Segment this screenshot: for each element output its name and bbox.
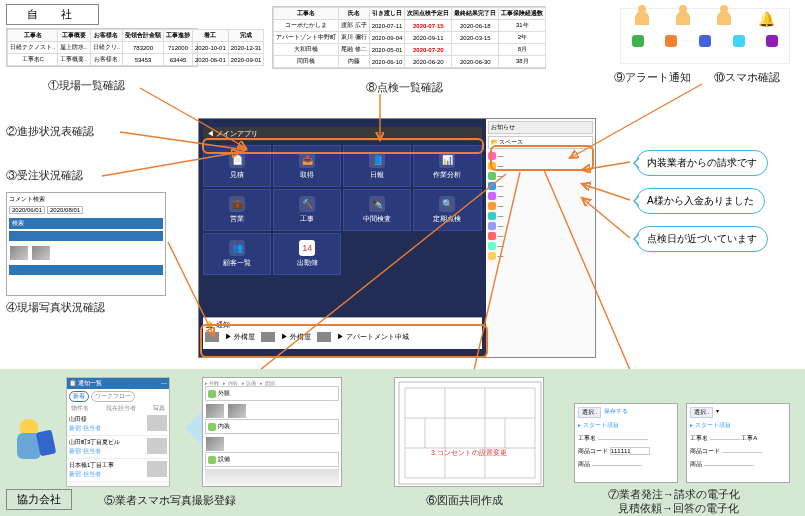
caption-3: ③受注状況確認 (6, 168, 83, 183)
svg-rect-12 (399, 382, 541, 484)
jisha-label: 自 社 (6, 4, 99, 25)
tile-attendance[interactable]: 14出勤簿 (273, 233, 341, 275)
avatar-icon (317, 332, 331, 342)
room-photo (205, 469, 339, 487)
app-icon (733, 35, 745, 47)
caption-9: ⑨アラート通知 (614, 70, 691, 85)
tile-daily[interactable]: 📘日報 (343, 145, 411, 187)
alert-box: 🔔 (620, 8, 790, 64)
avatar-icon (205, 332, 219, 342)
tile-grid: 📄見積 📥取得 📘日報 📊作業分析 💼営業 🔨工事 ✒️中間検査 🔍定期点検 👥… (203, 145, 482, 275)
person-icon (717, 11, 731, 25)
app-icon (766, 35, 778, 47)
search-button[interactable]: 検索 (9, 218, 163, 229)
tile-analysis[interactable]: 📊作業分析 (413, 145, 481, 187)
inspection-list-table: 工事名氏名 引き渡し日次回点検予定日 最終結果完了日工事保険経過数 コーボたかし… (272, 6, 546, 69)
drawing-panel: 3.コンセントの設置変更 (394, 377, 544, 487)
thumbnail-icon (32, 246, 50, 260)
app-icon (699, 35, 711, 47)
notice-bubble-2: A様から入金ありました (636, 188, 765, 214)
bell-icon: 🔔 (758, 11, 775, 27)
caption-7a: ⑦業者発注→請求の電子化 (608, 487, 740, 502)
notice-bubble-1: 内装業者からの請求です (636, 150, 768, 176)
thumbnail-icon (10, 246, 28, 260)
notice-bubble-3: 点検日が近づいています (636, 226, 768, 252)
drawing-annotation: 3.コンセントの設置変更 (431, 448, 507, 458)
caption-6: ⑥図面共同作成 (426, 493, 503, 508)
app-header: ◀ メインアプリ (203, 127, 482, 141)
tile-sales[interactable]: 💼営業 (203, 189, 271, 231)
caption-1: ①現場一覧確認 (48, 78, 125, 93)
thumbnail-icon (147, 415, 167, 431)
photo-status-panel: コメント検索 2020/06/01 2020/08/01 検索 (6, 192, 166, 296)
app-icon (632, 35, 644, 47)
person-icon (676, 11, 690, 25)
site-list-table: 工事名工事概要 お客様名受領合計金額 工事進捗着工 完成 日経テクノスト..屋上… (6, 28, 198, 67)
avatar-icon (261, 332, 275, 342)
tile-acquire[interactable]: 📥取得 (273, 145, 341, 187)
tile-estimate[interactable]: 📄見積 (203, 145, 271, 187)
tab-new[interactable]: 新着 (69, 391, 89, 402)
tile-construction[interactable]: 🔨工事 (273, 189, 341, 231)
main-app-window: ◀ メインアプリ 📄見積 📥取得 📘日報 📊作業分析 💼営業 🔨工事 ✒️中間検… (198, 118, 596, 358)
photo-gallery-panel: ▸ 外観▸ 内装▸ 設備▸ 図面 外観 内装 設備 (202, 377, 342, 487)
caption-8: ⑧点検一覧確認 (366, 80, 443, 95)
caption-10: ⑩スマホ確認 (714, 70, 780, 85)
thumbnail-icon (147, 461, 167, 477)
tab-workflow[interactable]: ワークフロー (91, 391, 135, 402)
tile-midcheck[interactable]: ✒️中間検査 (343, 189, 411, 231)
worker-icon (8, 419, 50, 473)
app-icon (665, 35, 677, 47)
caption-4: ④現場写真状況確認 (6, 300, 105, 315)
caption-5: ⑤業者スマホ写真撮影登録 (104, 493, 236, 508)
caption-2: ②進捗状況表確認 (6, 124, 94, 139)
form-panel-left: 選択..保存する ▸ スタート項目 工事名 商品コード 111111 商品 (574, 403, 678, 483)
notice-bar: 🔔 通知 ▶ 外構屋 ▶ 外構屋 ▶ アパートメント中城 (203, 317, 482, 349)
person-icon (635, 11, 649, 25)
kyoryoku-label: 協力会社 (6, 489, 72, 510)
caption-7b: 見積依頼→回答の電子化 (618, 501, 739, 516)
tile-periodic[interactable]: 🔍定期点検 (413, 189, 481, 231)
thumbnail-icon (147, 438, 167, 454)
app-sidebar: お知らせ 📂 スペース — — — — — — — — — — — (486, 119, 595, 357)
form-panel-right: 選択..▾ ▸ スタート項目 工事名 工事A 商品コード 商品 (686, 403, 790, 483)
chevron-left-icon: ◀ (185, 397, 203, 451)
tile-customers[interactable]: 👥顧客一覧 (203, 233, 271, 275)
vendor-phone-panel: 📋 通知一覧⋯ 新着 ワークフロー 物件名現在担当者写真 山田様新宿 担当者 山… (66, 377, 170, 487)
